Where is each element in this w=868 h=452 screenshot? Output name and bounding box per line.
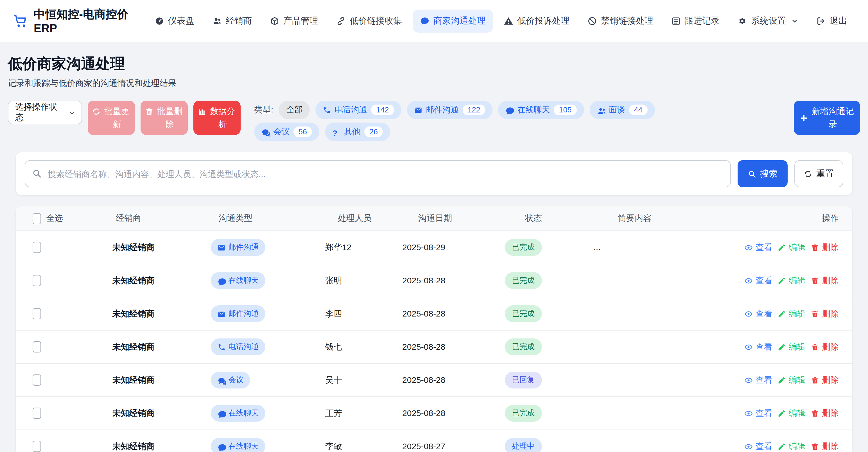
handler-name: 钱七 <box>325 341 342 351</box>
pencil-icon <box>777 243 786 251</box>
view-link[interactable]: 查看 <box>744 341 772 352</box>
type-filter-meeting[interactable]: 会议 56 <box>254 123 319 141</box>
signout-icon <box>816 16 826 26</box>
nav-item-system-settings[interactable]: 系统设置 <box>730 9 806 32</box>
dealer-name: 未知经销商 <box>113 441 155 451</box>
communication-date: 2025-08-28 <box>402 342 445 351</box>
nav-item-low-price-links[interactable]: 低价链接收集 <box>329 9 409 32</box>
edit-link[interactable]: 编辑 <box>777 408 806 419</box>
nav-item-low-price-complaints[interactable]: 低价投诉处理 <box>496 9 577 32</box>
header-actions: 操作 <box>773 213 852 224</box>
cart-icon <box>13 13 28 28</box>
delete-link[interactable]: 删除 <box>811 341 839 352</box>
edit-link[interactable]: 编辑 <box>777 375 806 385</box>
add-communication-button[interactable]: 新增沟通记录 <box>794 101 860 135</box>
dealer-name: 未知经销商 <box>113 308 155 318</box>
type-chip: 邮件沟通 <box>211 305 266 322</box>
edit-link[interactable]: 编辑 <box>777 341 806 352</box>
type-chip: 在线聊天 <box>211 405 266 422</box>
header-content: 简要内容 <box>616 213 773 224</box>
view-link[interactable]: 查看 <box>744 275 772 286</box>
nav-item-merchant-communication[interactable]: 商家沟通处理 <box>413 9 493 32</box>
nav-item-banned-links[interactable]: 禁销链接处理 <box>580 9 660 32</box>
search-button[interactable]: 搜索 <box>738 160 787 187</box>
row-checkbox[interactable] <box>33 374 41 386</box>
type-filter-phone[interactable]: 电话沟通 142 <box>315 101 401 119</box>
edit-link[interactable]: 编辑 <box>777 308 806 319</box>
type-filter-chat[interactable]: 在线聊天 105 <box>498 101 584 119</box>
type-filter-other[interactable]: ? 其他 26 <box>325 123 390 141</box>
row-checkbox[interactable] <box>33 341 41 353</box>
page-title: 低价商家沟通处理 <box>8 54 860 73</box>
trash-icon <box>811 376 819 384</box>
edit-link[interactable]: 编辑 <box>777 275 806 286</box>
edit-link[interactable]: 编辑 <box>777 441 806 452</box>
chevron-down-icon <box>68 109 76 117</box>
comment-icon <box>505 106 513 114</box>
row-checkbox[interactable] <box>33 441 41 452</box>
delete-link[interactable]: 删除 <box>811 441 839 452</box>
handler-name: 王芳 <box>325 408 342 417</box>
nav-item-dealers[interactable]: 经销商 <box>205 9 259 32</box>
edit-link[interactable]: 编辑 <box>777 242 806 253</box>
row-checkbox[interactable] <box>33 242 41 253</box>
nav-item-dashboard[interactable]: 仪表盘 <box>147 9 202 32</box>
type-filter-count: 26 <box>364 126 383 137</box>
view-link[interactable]: 查看 <box>744 308 772 319</box>
communication-date: 2025-08-28 <box>402 275 445 285</box>
view-link[interactable]: 查看 <box>744 408 772 419</box>
type-filter-interview[interactable]: 面谈 44 <box>590 101 655 119</box>
pencil-icon <box>777 343 786 351</box>
search-icon <box>32 169 41 178</box>
dealer-name: 未知经销商 <box>113 408 155 417</box>
dealer-name: 未知经销商 <box>113 375 155 384</box>
row-checkbox[interactable] <box>33 408 41 419</box>
trash-icon <box>811 343 819 351</box>
envelope-icon <box>218 310 225 318</box>
nav-item-logout[interactable]: 退出 <box>809 9 855 32</box>
select-all-checkbox[interactable] <box>33 213 41 224</box>
eye-icon <box>744 309 753 318</box>
nav-item-follow-up-records[interactable]: 跟进记录 <box>664 9 727 32</box>
type-filter-count: 105 <box>554 104 577 115</box>
question-icon: ? <box>332 128 340 136</box>
view-link[interactable]: 查看 <box>744 441 772 452</box>
delete-link[interactable]: 删除 <box>811 275 839 286</box>
handler-name: 郑华12 <box>325 242 351 251</box>
users-icon <box>597 106 605 114</box>
delete-link[interactable]: 删除 <box>811 408 839 419</box>
data-analytics-button[interactable]: 数据分析 <box>193 101 241 135</box>
comment-icon <box>218 443 225 450</box>
trash-icon <box>811 442 819 451</box>
type-filter-group: 类型: 全部 电话沟通 142 邮件沟通 122 在线聊天 105 面谈 44 … <box>254 101 704 141</box>
status-select[interactable]: 选择操作状态 <box>8 101 82 124</box>
page-subtitle: 记录和跟踪与低价商家的沟通情况和处理结果 <box>8 78 860 89</box>
handler-name: 李四 <box>325 308 342 318</box>
handler-name: 张明 <box>325 275 342 285</box>
trash-icon <box>811 309 819 318</box>
type-filter-email[interactable]: 邮件沟通 122 <box>407 101 493 119</box>
bulk-delete-button[interactable]: 批量删除 <box>141 101 188 135</box>
delete-link[interactable]: 删除 <box>811 375 839 385</box>
bulk-update-button[interactable]: 批量更新 <box>88 101 135 135</box>
delete-link[interactable]: 删除 <box>811 308 839 319</box>
main-nav: 仪表盘 经销商 产品管理 低价链接收集 商家沟通处理 低价投诉处理 禁销链接处理… <box>147 9 855 32</box>
eye-icon <box>744 409 753 417</box>
view-link[interactable]: 查看 <box>744 375 772 385</box>
status-badge: 已回复 <box>504 371 542 389</box>
header-date: 沟通日期 <box>416 213 523 224</box>
search-input[interactable] <box>25 160 731 187</box>
reset-button[interactable]: 重置 <box>794 160 843 187</box>
row-checkbox[interactable] <box>33 308 41 319</box>
view-link[interactable]: 查看 <box>744 242 772 253</box>
dealer-name: 未知经销商 <box>113 242 155 251</box>
dealer-name: 未知经销商 <box>113 341 155 351</box>
delete-link[interactable]: 删除 <box>811 242 839 253</box>
phone-icon <box>218 343 225 351</box>
row-checkbox[interactable] <box>33 275 41 286</box>
search-icon <box>748 170 756 178</box>
type-filter-all[interactable]: 全部 <box>279 101 310 119</box>
link-icon <box>336 16 346 26</box>
header-type: 沟通类型 <box>216 213 336 224</box>
nav-item-products[interactable]: 产品管理 <box>262 9 326 32</box>
